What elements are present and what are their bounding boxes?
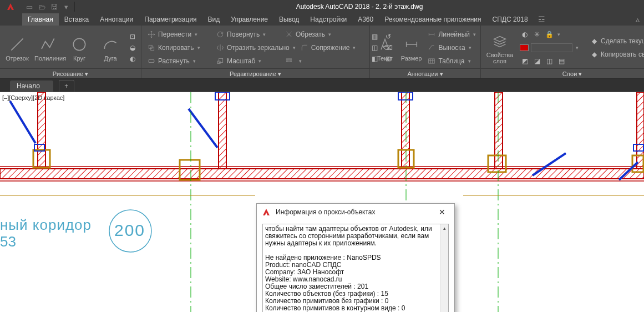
fillet-icon — [300, 43, 309, 52]
dialog-message[interactable]: чтобы найти там адаптеры объектов от Aut… — [262, 224, 449, 312]
anno-table[interactable]: Таблица▾ — [426, 55, 477, 67]
bulb-icon: ◐ — [520, 29, 530, 39]
ribbon-tabstrip: ГлавнаяВставкаАннотацииПараметризацияВид… — [0, 13, 644, 26]
move-icon — [147, 30, 156, 39]
layer-cmd-1[interactable]: ◆Копировать свойст — [589, 48, 644, 61]
document-tabs: Начало + — [0, 79, 644, 92]
svg-point-8 — [290, 58, 291, 59]
panel-layers: Свойства слоя ◐✳🔒▾ ▾ ◩◪◫▤ ◆Сделать текущ… — [481, 26, 644, 78]
anno-mleader[interactable]: Выноска▾ — [426, 42, 477, 54]
edit-row-0: Перенести▾Повернуть▾Обрезать▾ — [145, 28, 367, 41]
dialog-title: Информация о прокси-объектах — [276, 208, 430, 216]
polyline-button[interactable]: Полилиния — [34, 34, 62, 62]
cmd-trim[interactable]: Обрезать▾ — [283, 30, 350, 39]
svg-rect-12 — [429, 58, 435, 63]
menu-tab-3[interactable]: Параметризация — [139, 13, 202, 26]
mleader-icon — [427, 43, 436, 52]
svg-line-32 — [189, 109, 217, 148]
close-icon[interactable]: ✕ — [434, 208, 450, 217]
dialog-scrollbar[interactable]: ▴ ▾ — [440, 224, 448, 312]
layer-cmd0-icon: ◆ — [590, 37, 599, 46]
window-title: Autodesk AutoCAD 2018 - 2. 2-й этаж.dwg — [75, 3, 644, 11]
ribbon: ОтрезокПолилинияКругДуга⊡◒◐ Рисование ▾ … — [0, 26, 644, 79]
copy-icon — [147, 43, 156, 52]
quick-access-toolbar: ▭ 🗁 🖫 ▾ — [21, 2, 75, 12]
qat-new-icon[interactable]: ▭ — [24, 2, 34, 12]
panel-layers-title[interactable]: Слои ▾ — [481, 68, 644, 78]
titlebar: ▭ 🗁 🖫 ▾ Autodesk AutoCAD 2018 - 2. 2-й э… — [0, 0, 644, 13]
layer-misc3-icon[interactable]: ◫ — [544, 56, 554, 66]
menu-tab-7[interactable]: Надстройки — [305, 13, 352, 26]
new-tab-button[interactable]: + — [59, 80, 74, 92]
array-icon — [285, 57, 293, 66]
draw-ext0-icon[interactable]: ⊡ — [128, 32, 138, 42]
cmd-scale[interactable]: Масштаб▾ — [215, 57, 281, 66]
line-button[interactable]: Отрезок — [3, 34, 31, 62]
dimension-button[interactable]: Размер — [400, 34, 423, 62]
start-tab[interactable]: Начало — [10, 80, 53, 92]
tab-extras-icon[interactable]: ☲ — [534, 15, 550, 24]
panel-edit-title[interactable]: Редактирование ▾ — [141, 68, 369, 78]
draw-ext1-icon[interactable]: ◒ — [128, 43, 138, 53]
cmd-mirror[interactable]: Отразить зеркально▾ — [215, 43, 297, 52]
qat-save-icon[interactable]: 🖫 — [49, 2, 59, 12]
dialog-titlebar[interactable]: Информация о прокси-объектах ✕ — [257, 204, 454, 220]
qat-more-icon[interactable]: ▾ — [61, 2, 71, 12]
room-label-2: 53 — [0, 233, 16, 250]
cmd-move[interactable]: Перенести▾ — [146, 30, 212, 39]
menu-tab-1[interactable]: Вставка — [59, 13, 95, 26]
layer-state-row[interactable]: ◐✳🔒▾ — [519, 28, 580, 41]
svg-point-10 — [288, 60, 290, 61]
freeze-icon: ✳ — [532, 29, 542, 39]
cmd-fillet[interactable]: Сопряжение▾ — [299, 43, 366, 52]
scroll-up-icon[interactable]: ▴ — [441, 224, 448, 232]
svg-point-9 — [286, 60, 287, 61]
svg-point-11 — [290, 60, 291, 61]
mirror-icon — [216, 43, 225, 52]
cmd-rotate[interactable]: Повернуть▾ — [215, 30, 281, 39]
circle-button[interactable]: Круг — [65, 34, 93, 62]
qat-open-icon[interactable]: 🗁 — [37, 2, 47, 12]
stretch-icon — [147, 57, 156, 66]
cmd-stretch[interactable]: Растянуть▾ — [146, 57, 212, 66]
anno-leader[interactable]: Линейный▾ — [426, 28, 477, 41]
cmd-copy[interactable]: Копировать▾ — [146, 43, 212, 52]
leader-icon — [427, 30, 436, 39]
panel-anno: Текст Размер Линейный▾Выноска▾Таблица▾ А… — [370, 26, 481, 78]
dialog-line: нужны адаптеры к их приложениям. — [265, 240, 440, 247]
layer-color-swatch — [520, 44, 529, 51]
arc-button[interactable]: Дуга — [97, 34, 124, 62]
tab-expand-icon[interactable]: ▵ — [631, 15, 644, 24]
text-button[interactable]: Текст — [373, 34, 397, 62]
svg-rect-14 — [0, 169, 644, 179]
svg-line-31 — [10, 101, 36, 143]
menu-tab-6[interactable]: Вывод — [273, 13, 305, 26]
layer-combo[interactable]: ▾ — [519, 42, 580, 54]
layer-cmd-0[interactable]: ◆Сделать текущим — [589, 35, 644, 47]
layer-cmd1-icon: ◆ — [590, 50, 599, 59]
menu-tab-10[interactable]: СПДС 2018 — [487, 13, 534, 26]
svg-point-6 — [286, 58, 287, 59]
menu-tab-5[interactable]: Управление — [225, 13, 273, 26]
layer-misc2-icon[interactable]: ◪ — [532, 56, 542, 66]
menu-tab-0[interactable]: Главная — [22, 13, 59, 26]
draw-ext2-icon[interactable]: ◐ — [128, 54, 138, 64]
svg-rect-18 — [219, 92, 226, 169]
menu-tab-8[interactable]: A360 — [352, 13, 379, 26]
drawing-canvas[interactable]: [–][Сверху][2D каркас] — [0, 92, 644, 312]
layer-properties-button[interactable]: Свойства слоя — [484, 31, 515, 64]
svg-point-7 — [288, 58, 290, 59]
panel-draw-title[interactable]: Рисование ▾ — [0, 68, 141, 78]
svg-point-0 — [73, 38, 85, 50]
menu-tab-2[interactable]: Аннотации — [94, 13, 139, 26]
app-logo[interactable] — [0, 0, 21, 13]
layer-misc4-icon[interactable]: ▤ — [556, 56, 566, 66]
svg-rect-2 — [151, 47, 154, 50]
svg-rect-20 — [495, 92, 503, 169]
cmd-array[interactable]: ▾ — [283, 57, 350, 66]
panel-anno-title[interactable]: Аннотации ▾ — [370, 68, 480, 78]
layer-misc1-icon[interactable]: ◩ — [520, 56, 530, 66]
menu-tab-4[interactable]: Вид — [202, 13, 226, 26]
menu-tab-9[interactable]: Рекомендованные приложения — [379, 13, 486, 26]
room-number: 200 — [114, 221, 145, 240]
